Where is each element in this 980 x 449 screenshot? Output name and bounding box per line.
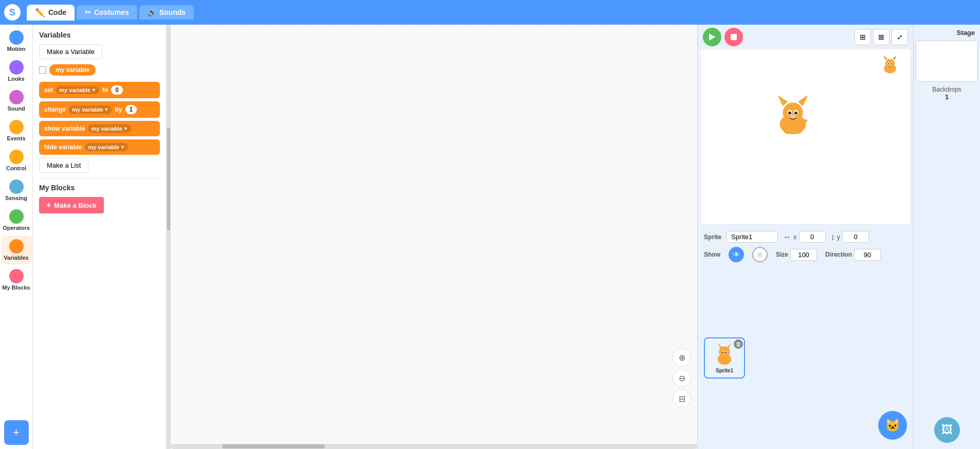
main-cat-sprite[interactable] xyxy=(770,93,816,139)
sidebar-item-operators[interactable]: Operators xyxy=(1,206,32,235)
backdrops-count: 1 xyxy=(916,93,978,101)
sidebar-item-looks[interactable]: Looks xyxy=(1,57,32,85)
show-variable-dropdown[interactable]: my variable ▼ xyxy=(88,124,131,133)
make-block-button[interactable]: + Make a Block xyxy=(39,197,104,213)
backdrops-label: Backdrops xyxy=(916,86,978,93)
sidebar-item-sound[interactable]: Sound xyxy=(1,86,32,115)
make-variable-button[interactable]: Make a Variable xyxy=(39,44,102,59)
sidebar-item-sensing[interactable]: Sensing xyxy=(1,176,32,205)
stop-icon xyxy=(730,33,737,41)
top-bar: S ✏️ Code ✂ Costumes 🔊 Sounds xyxy=(0,0,980,25)
sprite-info-row2: Show 👁 ⊘ Size Direction xyxy=(704,247,907,262)
make-list-button[interactable]: Make a List xyxy=(39,158,88,173)
sprite1-thumb-image xyxy=(712,342,737,367)
add-extension-button[interactable]: + xyxy=(4,420,29,445)
sidebar-item-control[interactable]: Control xyxy=(1,146,32,175)
sidebar-item-variables[interactable]: Variables xyxy=(1,236,32,264)
zoom-reset-icon: ⊟ xyxy=(679,394,685,404)
variables-dot xyxy=(9,239,24,254)
eye-closed-icon: ⊘ xyxy=(757,251,763,258)
sprite-name-input[interactable] xyxy=(727,231,778,243)
svg-marker-0 xyxy=(709,33,715,41)
dropdown-chevron-3: ▼ xyxy=(123,126,128,131)
x-input[interactable] xyxy=(799,231,826,243)
zoom-in-icon: ⊕ xyxy=(679,353,685,363)
zoom-in-button[interactable]: ⊕ xyxy=(673,348,691,367)
stage-view-controls: ⊞ ⊠ ⤢ xyxy=(855,29,908,45)
stage-thumbnail[interactable] xyxy=(916,41,978,82)
sensing-dot xyxy=(9,179,24,194)
variables-section-title: Variables xyxy=(39,31,160,39)
scrollbar-thumb[interactable] xyxy=(222,444,325,448)
cat-sprite-small xyxy=(879,55,901,76)
sidebar-item-events[interactable]: Events xyxy=(1,116,32,145)
sprite-list: 🗑 Sprite1 xyxy=(698,266,913,449)
view-small-button[interactable]: ⊞ xyxy=(855,29,871,45)
change-value-input[interactable]: 1 xyxy=(125,105,137,114)
svg-point-31 xyxy=(718,354,731,365)
set-variable-block[interactable]: set my variable ▼ to 0 xyxy=(39,82,160,98)
sidebar-item-myblocks[interactable]: My Blocks xyxy=(1,265,32,294)
y-input[interactable] xyxy=(842,231,869,243)
sprite1-thumbnail[interactable]: 🗑 Sprite1 xyxy=(704,337,745,379)
stage-label: Stage xyxy=(916,27,978,39)
zoom-out-button[interactable]: ⊖ xyxy=(673,369,691,387)
svg-point-29 xyxy=(725,351,727,353)
svg-point-9 xyxy=(891,63,893,65)
view-fullscreen-button[interactable]: ⤢ xyxy=(892,29,908,45)
size-group: Size xyxy=(776,249,817,261)
hide-variable-block[interactable]: hide variable my variable ▼ xyxy=(39,139,160,155)
svg-point-12 xyxy=(783,102,803,122)
tab-sounds[interactable]: 🔊 Sounds xyxy=(139,5,194,20)
add-sprite-button[interactable]: 🐱 xyxy=(878,411,907,440)
hide-variable-dropdown[interactable]: my variable ▼ xyxy=(85,143,128,151)
myblocks-section-title: My Blocks xyxy=(39,184,160,192)
change-variable-block[interactable]: change my variable ▼ by 1 xyxy=(39,101,160,118)
variable-checkbox[interactable] xyxy=(39,66,46,74)
sprite-info-bar: Sprite ↔ x ↕ y Show xyxy=(698,227,913,266)
horizontal-scrollbar[interactable] xyxy=(171,444,697,449)
change-variable-dropdown[interactable]: my variable ▼ xyxy=(69,105,112,114)
svg-point-28 xyxy=(722,351,724,353)
zoom-reset-button[interactable]: ⊟ xyxy=(673,389,691,408)
divider xyxy=(39,178,160,178)
set-variable-dropdown[interactable]: my variable ▼ xyxy=(56,86,99,94)
show-eye-button[interactable]: 👁 xyxy=(729,247,744,262)
y-arrows-icon: ↕ xyxy=(831,232,835,242)
set-value-input[interactable]: 0 xyxy=(111,85,123,95)
operators-dot xyxy=(9,209,24,224)
sprite-delete-button[interactable]: 🗑 xyxy=(734,339,743,349)
tab-costumes[interactable]: ✂ Costumes xyxy=(77,5,137,20)
view-normal-button[interactable]: ⊠ xyxy=(873,29,890,45)
code-background-dots xyxy=(171,25,697,449)
direction-input[interactable] xyxy=(854,249,881,261)
hide-eye-button[interactable]: ⊘ xyxy=(752,247,768,262)
costumes-icon: ✂ xyxy=(85,8,91,16)
svg-marker-4 xyxy=(883,56,887,60)
blocks-panel: Variables Make a Variable my variable se… xyxy=(33,25,167,449)
fullscreen-icon: ⤢ xyxy=(897,33,903,41)
zoom-controls: ⊕ ⊖ ⊟ xyxy=(673,348,691,408)
add-sprite-icon: 🐱 xyxy=(885,418,900,433)
sidebar-item-motion[interactable]: Motion xyxy=(1,27,32,56)
variable-pill[interactable]: my variable xyxy=(49,64,96,76)
green-flag-button[interactable] xyxy=(703,28,721,46)
svg-point-18 xyxy=(794,112,797,115)
stage-panel: ⊞ ⊠ ⤢ xyxy=(697,25,913,449)
stop-button[interactable] xyxy=(724,28,743,46)
show-variable-block[interactable]: show variable my variable ▼ xyxy=(39,121,160,136)
view-normal-icon: ⊠ xyxy=(878,33,884,41)
variable-row: my variable xyxy=(39,64,160,76)
code-icon: ✏️ xyxy=(35,8,45,17)
view-small-icon: ⊞ xyxy=(860,33,866,41)
add-backdrop-button[interactable]: 🖼 xyxy=(934,417,960,443)
svg-point-8 xyxy=(888,63,890,65)
size-input[interactable] xyxy=(790,249,817,261)
blocks-scrollbar[interactable] xyxy=(167,25,171,449)
x-coord: ↔ x xyxy=(783,231,826,243)
add-backdrop-icon: 🖼 xyxy=(941,423,953,437)
cat-sprite-main xyxy=(770,93,816,139)
plus-icon: + xyxy=(46,201,51,210)
tab-code[interactable]: ✏️ Code xyxy=(27,5,75,21)
svg-point-19 xyxy=(790,115,796,119)
